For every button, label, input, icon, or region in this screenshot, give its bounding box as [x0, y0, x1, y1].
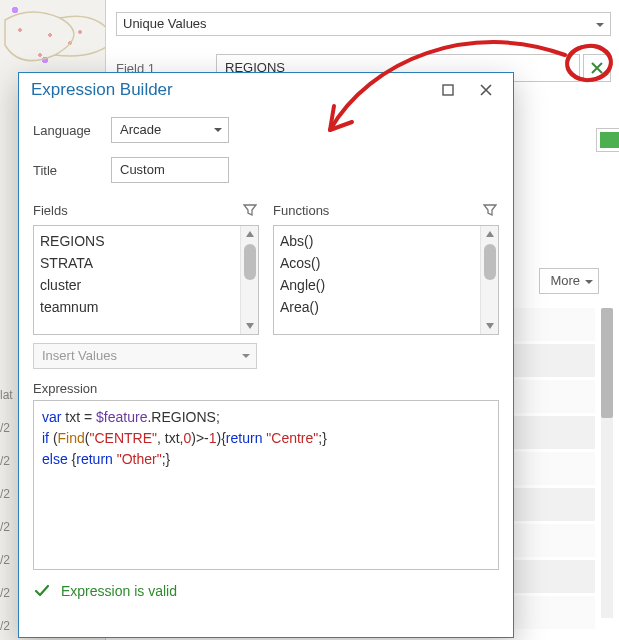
functions-label: Functions — [273, 203, 481, 218]
filter-icon[interactable] — [481, 201, 499, 219]
list-item[interactable]: Acos() — [280, 252, 478, 274]
dialog-title: Expression Builder — [31, 80, 429, 100]
bg-row-labels: lat /2 /2 /2 /2 /2 /2 /2 — [0, 388, 13, 640]
expression-builder-dialog: Expression Builder Language Arcade Title… — [18, 72, 514, 638]
filter-icon[interactable] — [241, 201, 259, 219]
fields-listbox[interactable]: REGIONS STRATA cluster teamnum — [33, 225, 259, 335]
svg-rect-0 — [443, 85, 453, 95]
list-item[interactable]: teamnum — [40, 296, 238, 318]
functions-listbox[interactable]: Abs() Acos() Angle() Area() — [273, 225, 499, 335]
color-scheme-button[interactable] — [596, 128, 619, 152]
title-label: Title — [33, 163, 111, 178]
expression-label: Expression — [33, 381, 499, 396]
language-dropdown[interactable]: Arcade — [111, 117, 229, 143]
title-input[interactable]: Custom — [111, 157, 229, 183]
close-button[interactable] — [467, 76, 505, 104]
insert-values-dropdown[interactable]: Insert Values — [33, 343, 257, 369]
expression-editor[interactable]: var txt = $feature.REGIONS; if (Find("CE… — [33, 400, 499, 570]
dialog-titlebar[interactable]: Expression Builder — [19, 73, 513, 107]
functions-scrollbar[interactable] — [480, 226, 498, 334]
fields-label: Fields — [33, 203, 241, 218]
list-item[interactable]: STRATA — [40, 252, 238, 274]
list-item[interactable]: Area() — [280, 296, 478, 318]
expression-button[interactable] — [583, 54, 611, 82]
maximize-button[interactable] — [429, 76, 467, 104]
list-item[interactable]: REGIONS — [40, 230, 238, 252]
value-list-scrollbar[interactable] — [601, 308, 613, 618]
list-item[interactable]: Abs() — [280, 230, 478, 252]
validation-status: Expression is valid — [33, 582, 499, 600]
symbology-type-dropdown[interactable]: Unique Values — [116, 12, 611, 36]
fields-scrollbar[interactable] — [240, 226, 258, 334]
language-label: Language — [33, 123, 111, 138]
color-swatch — [600, 132, 619, 148]
check-icon — [33, 582, 51, 600]
list-item[interactable]: Angle() — [280, 274, 478, 296]
more-dropdown[interactable]: More — [539, 268, 599, 294]
list-item[interactable]: cluster — [40, 274, 238, 296]
